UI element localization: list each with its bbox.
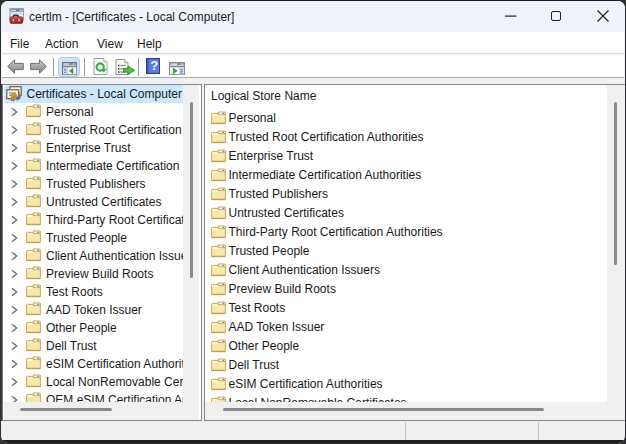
svg-text:?: ? (150, 58, 158, 73)
